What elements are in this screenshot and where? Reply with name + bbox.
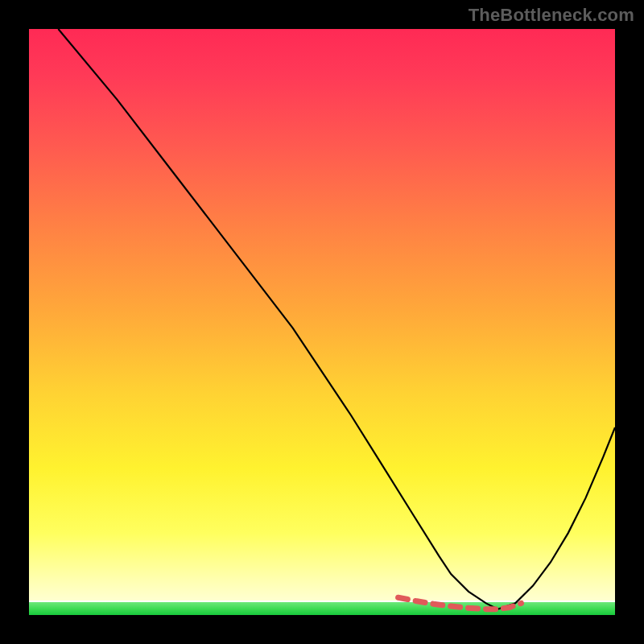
curve-overlay xyxy=(29,29,615,615)
chart-frame: TheBottleneck.com xyxy=(0,0,644,644)
right-branch-line xyxy=(497,427,615,609)
bottleneck-dashed-line xyxy=(398,597,522,609)
watermark-label: TheBottleneck.com xyxy=(469,5,634,26)
left-branch-line xyxy=(58,29,497,609)
